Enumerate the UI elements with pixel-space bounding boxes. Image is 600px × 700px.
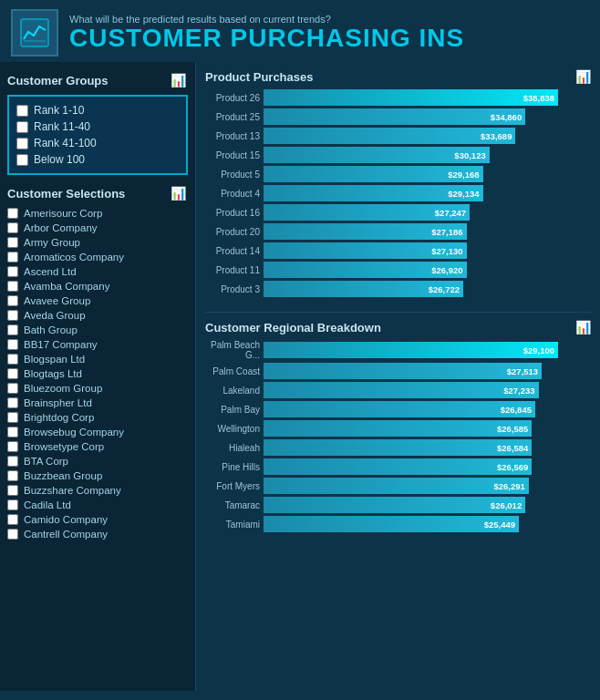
bar-fill: $33,689 — [264, 128, 515, 144]
list-item: Ascend Ltd — [0, 264, 195, 279]
bar-label: Palm Coast — [205, 366, 260, 376]
bar-value: $27,247 — [435, 208, 466, 218]
customer-label: Aromaticos Company — [24, 252, 124, 262]
content-area: Product Purchases 📊 Product 26 $38,838 P… — [196, 62, 600, 691]
customer-checkbox-7[interactable] — [7, 310, 18, 321]
customer-checkbox-21[interactable] — [7, 514, 18, 525]
product-purchases-section: Product Purchases 📊 Product 26 $38,838 P… — [205, 69, 591, 297]
bar-fill: $38,838 — [264, 89, 558, 106]
bar-row: Product 20 $27,186 — [205, 223, 591, 240]
rank-1-10-checkbox[interactable] — [16, 105, 28, 117]
bar-value: $26,569 — [497, 462, 528, 472]
list-item: Browsetype Corp — [0, 439, 195, 454]
bar-track: $26,012 — [264, 497, 591, 513]
customer-label: Ascend Ltd — [24, 266, 77, 277]
list-item: Cadila Ltd — [0, 498, 195, 512]
customer-label: Bath Group — [24, 324, 78, 335]
customer-groups-title: Customer Groups — [7, 74, 109, 88]
customer-checkbox-5[interactable] — [7, 281, 18, 292]
bar-fill: $26,585 — [264, 420, 532, 437]
product-purchases-header: Product Purchases 📊 — [205, 69, 591, 84]
bar-label: Tamiami — [205, 520, 260, 530]
product-purchases-title: Product Purchases — [205, 70, 314, 84]
bar-fill: $26,920 — [264, 262, 467, 278]
chart-icon-regional[interactable]: 📊 — [575, 320, 591, 335]
bar-row: Product 26 $38,838 — [205, 89, 591, 106]
list-item: Blogtags Ltd — [0, 366, 195, 381]
bar-label: Hialeah — [205, 443, 260, 453]
customer-checkbox-0[interactable] — [7, 208, 18, 219]
customer-checkbox-15[interactable] — [7, 427, 18, 438]
customer-checkbox-20[interactable] — [7, 499, 18, 510]
bar-value: $26,012 — [491, 500, 522, 510]
bar-row: Lakeland $27,233 — [205, 382, 591, 398]
bar-row: Product 4 $29,134 — [205, 185, 591, 201]
customer-checkbox-9[interactable] — [7, 339, 18, 350]
bar-value: $27,130 — [431, 246, 462, 256]
bar-track: $26,569 — [264, 458, 591, 475]
bar-label: Product 15 — [205, 150, 260, 160]
customer-label: BB17 Company — [24, 339, 98, 350]
customer-checkbox-6[interactable] — [7, 295, 18, 306]
customer-checkbox-2[interactable] — [7, 237, 18, 248]
list-item: Buzzbean Group — [0, 468, 195, 483]
customer-label: Buzzshare Company — [24, 485, 121, 496]
list-item: Bluezoom Group — [0, 381, 195, 396]
product-bars: Product 26 $38,838 Product 25 $34,860 Pr… — [205, 89, 591, 297]
customer-checkbox-22[interactable] — [7, 529, 18, 540]
customer-selections-header: Customer Selections 📊 — [0, 182, 195, 204]
customer-label: Brainspher Ltd — [24, 397, 92, 408]
bar-value: $29,100 — [523, 345, 554, 355]
rank-11-40-checkbox[interactable] — [16, 121, 28, 133]
customer-checkbox-3[interactable] — [7, 252, 18, 262]
chart-icon-groups[interactable]: 📊 — [171, 73, 186, 88]
customer-checkbox-14[interactable] — [7, 412, 18, 423]
customer-checkbox-8[interactable] — [7, 324, 18, 335]
bar-fill: $29,100 — [264, 342, 558, 358]
bar-track: $25,449 — [264, 516, 591, 532]
customer-checkbox-11[interactable] — [7, 368, 18, 379]
regional-breakdown-header: Customer Regional Breakdown 📊 — [205, 320, 591, 335]
bar-track: $27,233 — [264, 382, 591, 398]
bar-label: Tamarac — [205, 500, 260, 510]
bar-label: Product 16 — [205, 208, 260, 218]
bar-value: $26,291 — [493, 481, 524, 491]
bar-label: Fort Myers — [205, 481, 260, 491]
list-item: BB17 Company — [0, 337, 195, 352]
bar-track: $30,123 — [264, 147, 591, 163]
rank-41-100-checkbox[interactable] — [16, 138, 28, 149]
customer-checkbox-4[interactable] — [7, 266, 18, 277]
list-item: Browsebug Company — [0, 425, 195, 439]
bar-row: Product 15 $30,123 — [205, 147, 591, 163]
customer-checkbox-10[interactable] — [7, 354, 18, 365]
chart-icon-selections[interactable]: 📊 — [171, 186, 186, 201]
customer-checkbox-18[interactable] — [7, 470, 18, 481]
rank-11-40-label: Rank 11-40 — [34, 120, 90, 133]
customer-label: Camido Company — [24, 514, 108, 525]
customer-checkbox-1[interactable] — [7, 222, 18, 233]
bar-fill: $27,247 — [264, 204, 470, 221]
customer-checkbox-13[interactable] — [7, 397, 18, 408]
list-item: Blogspan Ltd — [0, 352, 195, 366]
customer-checkbox-12[interactable] — [7, 383, 18, 394]
bar-value: $30,123 — [454, 150, 485, 160]
customer-list: Amerisourc CorpArbor CompanyArmy GroupAr… — [0, 204, 195, 543]
customer-checkbox-19[interactable] — [7, 485, 18, 496]
bar-track: $27,186 — [264, 223, 591, 240]
customer-label: Buzzbean Group — [24, 470, 102, 481]
customer-label: Amerisourc Corp — [24, 208, 102, 219]
bar-fill: $30,123 — [264, 147, 490, 163]
chart-icon-products[interactable]: 📊 — [575, 69, 591, 84]
app-icon — [11, 9, 58, 57]
bar-value: $27,186 — [431, 227, 462, 237]
customer-checkbox-16[interactable] — [7, 441, 18, 452]
bar-fill: $26,291 — [264, 478, 529, 494]
bar-value: $34,860 — [491, 112, 522, 122]
bar-value: $27,513 — [507, 366, 538, 376]
customer-checkbox-17[interactable] — [7, 456, 18, 467]
bar-label: Product 4 — [205, 189, 260, 199]
bar-track: $26,845 — [264, 401, 591, 417]
bar-label: Product 5 — [205, 170, 260, 180]
bar-label: Pine Hills — [205, 462, 260, 472]
rank-below-100-checkbox[interactable] — [16, 154, 28, 166]
